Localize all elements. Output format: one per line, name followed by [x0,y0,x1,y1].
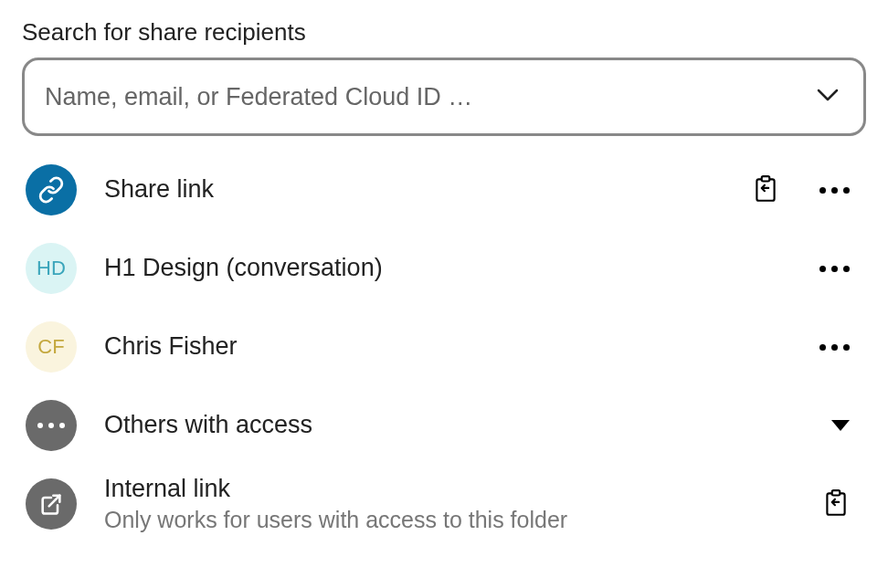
internal-link-subtitle: Only works for users with access to this… [104,505,817,535]
others-icon [26,400,77,451]
search-box [22,58,866,136]
link-icon [26,164,77,215]
expand-others-button[interactable] [826,415,855,436]
share-link-row: Share link [22,151,866,229]
more-icon [37,423,65,428]
others-with-access-row[interactable]: Others with access [22,386,866,465]
external-link-icon [26,478,77,530]
clipboard-icon [752,174,779,206]
avatar: HD [26,243,77,294]
recipient-label: Chris Fisher [104,331,814,362]
share-recipient-row-h1design: HD H1 Design (conversation) [22,229,866,308]
more-icon [819,187,850,194]
copy-link-button[interactable] [746,169,785,212]
recipient-more-button[interactable] [814,339,855,356]
more-icon [819,344,850,351]
internal-link-row: Internal link Only works for users with … [22,465,866,543]
svg-rect-3 [832,490,840,495]
share-recipient-row-chrisfisher: CF Chris Fisher [22,308,866,386]
share-link-label: Share link [104,173,746,205]
svg-rect-2 [827,493,844,514]
recipient-label: H1 Design (conversation) [104,252,814,284]
avatar: CF [26,321,77,373]
svg-rect-1 [762,176,770,181]
clipboard-icon [822,488,850,520]
search-input[interactable] [22,58,866,136]
internal-link-label: Internal link [104,473,817,505]
recipient-more-button[interactable] [814,260,855,278]
search-label: Search for share recipients [22,18,866,47]
svg-rect-0 [756,179,774,200]
share-link-more-button[interactable] [814,182,855,199]
triangle-down-icon [831,420,850,431]
more-icon [819,266,850,272]
others-label: Others with access [104,409,826,441]
copy-internal-link-button[interactable] [817,483,855,526]
